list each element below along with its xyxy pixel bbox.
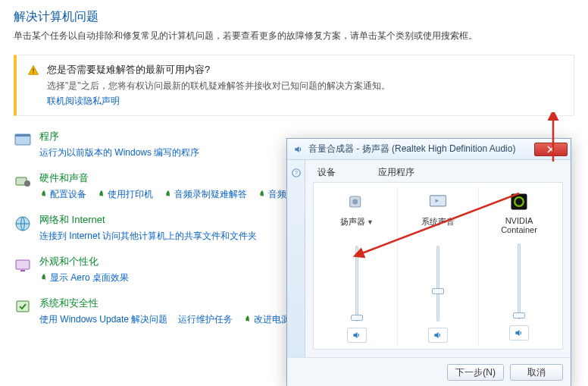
device-header: 设备 xyxy=(317,167,336,177)
next-button[interactable]: 下一步(N) xyxy=(447,364,504,381)
network-icon xyxy=(14,215,32,233)
speaker-icon xyxy=(352,330,362,340)
privacy-link[interactable]: 联机阅读隐私声明 xyxy=(47,96,120,106)
appearance-link[interactable]: 显示 Aero 桌面效果 xyxy=(50,272,129,283)
mixer-columns: 扬声器▼系统声音NVIDIAContainer xyxy=(313,182,563,350)
mixer-sidebar: ? xyxy=(287,160,305,357)
sec-link-1[interactable]: 运行维护任务 xyxy=(178,313,233,326)
app-icon xyxy=(427,190,449,213)
volume-mixer-window: 音量合成器 - 扬声器 (Realtek High Definition Aud… xyxy=(286,138,571,386)
programs-icon xyxy=(14,131,32,149)
mixer-column: 系统声音 xyxy=(398,187,479,346)
help-icon[interactable]: ? xyxy=(291,168,302,178)
mute-button[interactable] xyxy=(347,328,367,343)
svg-rect-1 xyxy=(33,72,33,73)
appearance-icon xyxy=(14,256,32,275)
cancel-button[interactable]: 取消 xyxy=(510,364,563,381)
update-notice: 您是否需要疑难解答的最新可用内容? 选择"是"之后，您将有权访问最新的联机疑难解… xyxy=(14,55,574,116)
sec-link-0[interactable]: 使用 Windows Update 解决问题 xyxy=(39,313,167,326)
warning-icon xyxy=(27,64,39,77)
apps-header: 应用程序 xyxy=(378,167,414,177)
svg-rect-0 xyxy=(33,68,33,71)
slider-thumb[interactable] xyxy=(513,312,525,319)
app-icon xyxy=(346,190,368,213)
notice-title: 您是否需要疑难解答的最新可用内容? xyxy=(47,63,390,77)
svg-point-5 xyxy=(24,180,30,187)
eco-icon xyxy=(164,190,173,199)
eco-icon xyxy=(39,273,48,282)
svg-text:?: ? xyxy=(295,170,298,175)
mixer-column: 扬声器▼ xyxy=(317,187,398,346)
chevron-down-icon[interactable]: ▼ xyxy=(367,218,374,226)
column-label: 扬声器▼ xyxy=(340,216,374,228)
eco-icon xyxy=(243,315,252,324)
programs-title[interactable]: 程序 xyxy=(39,130,199,143)
svg-rect-9 xyxy=(17,301,29,312)
programs-link[interactable]: 运行为以前版本的 Windows 编写的程序 xyxy=(39,147,199,158)
network-link[interactable]: 连接到 Internet 访问其他计算机上的共享文件和文件夹 xyxy=(39,231,257,241)
slider-thumb[interactable] xyxy=(351,315,363,321)
mute-button[interactable] xyxy=(428,328,448,343)
hw-link-2[interactable]: 音频录制疑难解答 xyxy=(174,189,247,199)
volume-slider[interactable] xyxy=(318,246,396,322)
svg-rect-8 xyxy=(20,270,25,271)
app-icon xyxy=(508,190,530,213)
column-label: 系统声音 xyxy=(421,216,455,228)
notice-body: 选择"是"之后，您将有权访问最新的联机疑难解答并接收对已知问题的解决方案通知。 xyxy=(47,80,390,93)
page-subtitle: 单击某个任务以自动排除和修复常见的计算机问题，若要查看更多的故障修复方案，请单击… xyxy=(14,30,574,42)
security-icon xyxy=(14,298,32,316)
hw-link-1[interactable]: 使用打印机 xyxy=(108,189,153,199)
eco-icon xyxy=(39,190,48,199)
column-label: NVIDIA xyxy=(505,216,533,225)
close-icon xyxy=(547,146,555,153)
column-sublabel: Container xyxy=(501,225,537,236)
eco-icon xyxy=(97,190,106,199)
window-title: 音量合成器 - 扬声器 (Realtek High Definition Aud… xyxy=(308,143,530,155)
speaker-icon xyxy=(293,144,304,155)
hw-link-0[interactable]: 配置设备 xyxy=(50,189,86,199)
hardware-icon xyxy=(14,173,32,191)
mixer-column: NVIDIAContainer xyxy=(479,187,559,346)
titlebar[interactable]: 音量合成器 - 扬声器 (Realtek High Definition Aud… xyxy=(287,139,571,160)
network-title[interactable]: 网络和 Internet xyxy=(39,213,257,227)
appearance-title[interactable]: 外观和个性化 xyxy=(39,255,129,268)
speaker-icon xyxy=(514,328,524,338)
volume-slider[interactable] xyxy=(399,246,477,322)
svg-rect-3 xyxy=(15,134,30,137)
speaker-icon xyxy=(433,330,443,340)
svg-point-13 xyxy=(352,199,358,205)
svg-rect-7 xyxy=(16,260,30,269)
svg-rect-15 xyxy=(511,194,527,210)
page-title: 解决计算机问题 xyxy=(14,9,574,25)
mute-button[interactable] xyxy=(509,325,529,340)
close-button[interactable] xyxy=(534,143,568,156)
slider-thumb[interactable] xyxy=(432,288,444,294)
volume-slider[interactable] xyxy=(480,243,558,319)
eco-icon xyxy=(258,190,267,199)
